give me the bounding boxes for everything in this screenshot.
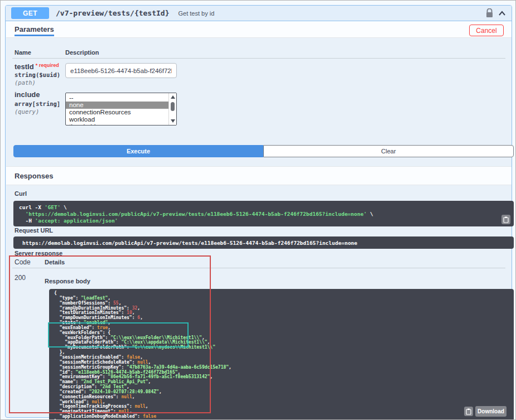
copy-response-button[interactable]: [464, 407, 473, 416]
param-testid-location: (path): [15, 79, 36, 86]
table-header-divider: [12, 58, 505, 59]
response-body-json: { "type": "LoadTest", "numberOfSessions"…: [54, 291, 509, 420]
status-code: 200: [15, 274, 26, 282]
scroll-thumb[interactable]: [171, 102, 175, 111]
parameters-title: Parameters: [15, 25, 54, 33]
responses-section-header: Responses: [6, 166, 512, 185]
scroll-up-icon[interactable]: [171, 95, 175, 99]
column-header-name: Name: [15, 49, 31, 56]
include-option---[interactable]: --: [66, 94, 168, 102]
execute-button[interactable]: Execute: [13, 145, 263, 157]
param-include-type: array[string]: [15, 100, 60, 107]
include-listbox[interactable]: --noneconnectionResourcesworkloadthresho…: [65, 93, 177, 125]
response-body-label: Response body: [45, 278, 90, 284]
param-include-name: include: [15, 90, 40, 99]
clear-button[interactable]: Clear: [263, 145, 514, 157]
server-response-label: Server response: [15, 250, 62, 257]
opblock-get: GET /v7-preview/tests/{testId} Get test …: [5, 5, 512, 418]
details-header: Details: [45, 259, 65, 265]
responses-title: Responses: [15, 172, 53, 180]
clipboard-icon: [503, 216, 509, 223]
request-url-text: https://demolab.loginvsi.com/publicApi/v…: [22, 240, 358, 246]
lock-icon[interactable]: [485, 8, 494, 18]
request-url-label: Request URL: [15, 227, 53, 234]
include-options: --noneconnectionResourcesworkloadthresho…: [66, 93, 168, 125]
scroll-down-icon[interactable]: [171, 119, 175, 123]
param-testid-name: testId* required: [15, 61, 59, 71]
include-option-thresholds[interactable]: thresholds: [66, 123, 168, 125]
curl-command-block: curl -X 'GET' \ 'https://demolab.loginvs…: [13, 201, 514, 226]
tab-parameters[interactable]: Parameters: [15, 21, 54, 37]
copy-curl-button[interactable]: [501, 215, 510, 224]
response-table-divider: [12, 268, 505, 268]
opblock-header[interactable]: GET /v7-preview/tests/{testId} Get test …: [6, 6, 512, 21]
cancel-button[interactable]: Cancel: [469, 25, 504, 36]
column-header-description: Description: [65, 49, 99, 56]
curl-command-text: curl -X 'GET' \ 'https://demolab.loginvs…: [19, 204, 508, 224]
tab-active-underline: [15, 35, 54, 36]
request-url-block: https://demolab.loginvsi.com/publicApi/v…: [13, 236, 514, 249]
code-header: Code: [15, 258, 31, 266]
download-button[interactable]: Download: [475, 406, 507, 417]
param-testid-type: string($uuid): [15, 71, 60, 78]
include-option-none[interactable]: none: [66, 102, 168, 109]
endpoint-summary: Get test by id: [179, 10, 215, 17]
clipboard-icon: [466, 408, 471, 415]
swagger-operation-panel: GET /v7-preview/tests/{testId} Get test …: [0, 0, 516, 420]
response-body-block: { "type": "LoadTest", "numberOfSessions"…: [49, 289, 514, 420]
chevron-up-icon[interactable]: [498, 10, 506, 17]
parameters-section-header: Parameters Cancel: [6, 21, 512, 38]
testid-input[interactable]: [65, 63, 177, 78]
param-include-location: (query): [15, 108, 39, 115]
required-badge: * required: [36, 62, 59, 68]
include-option-connectionResources[interactable]: connectionResources: [66, 109, 168, 116]
include-option-workload[interactable]: workload: [66, 116, 168, 123]
curl-label: Curl: [15, 190, 27, 197]
http-method-badge: GET: [11, 7, 49, 19]
endpoint-path: /v7-preview/tests/{testId}: [56, 9, 170, 17]
listbox-scrollbar[interactable]: [168, 93, 176, 125]
